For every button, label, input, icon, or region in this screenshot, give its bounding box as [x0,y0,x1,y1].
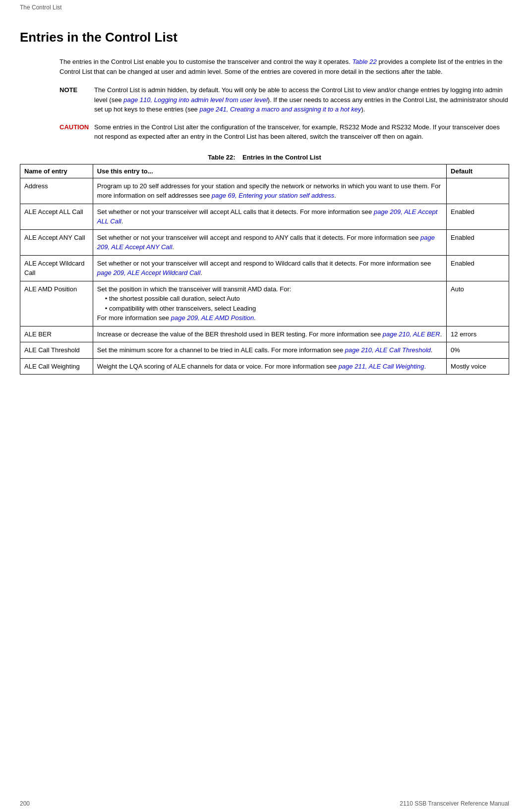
row-default-ale-call-threshold: 0% [447,342,509,359]
row-name-ale-ber: ALE BER [20,326,93,342]
list-item: compatibility with other transceivers, s… [105,304,442,314]
link-p209a[interactable]: page 209, ALE Accept ALL Call [97,208,437,225]
link-p210a[interactable]: page 210, ALE BER [383,330,440,338]
row-use-ale-wildcard: Set whether or not your transceiver will… [93,255,446,281]
link-p211[interactable]: page 211, ALE Call Weighting [339,363,424,370]
caution-block: CAUTION Some entries in the Control List… [59,122,509,142]
page-footer: 200 2110 SSB Transceiver Reference Manua… [0,800,529,807]
row-default-address [447,178,509,204]
col-header-use: Use this entry to... [93,164,446,178]
row-use-ale-accept-all: Set whether or not your transceiver will… [93,204,446,229]
intro-paragraph: The entries in the Control List enable y… [59,57,509,76]
link-p209d[interactable]: page 209, ALE AMD Position [171,314,254,322]
control-list-table: Name of entry Use this entry to... Defau… [20,164,509,375]
footer-title: 2110 SSB Transceiver Reference Manual [400,800,509,807]
row-name-ale-accept-all: ALE Accept ALL Call [20,204,93,229]
table-header-row: Name of entry Use this entry to... Defau… [20,164,509,178]
link-p209c[interactable]: page 209, ALE Accept Wildcard Call [97,269,200,276]
footer-page-number: 200 [20,800,30,807]
row-default-ale-call-weighting: Mostly voice [447,358,509,375]
row-use-ale-call-weighting: Weight the LQA scoring of ALE channels f… [93,358,446,375]
row-default-ale-accept-any: Enabled [447,229,509,255]
table-caption: Table 22: Entries in the Control List [20,154,509,161]
row-default-ale-ber: 12 errors [447,326,509,342]
row-name-ale-call-weighting: ALE Call Weighting [20,358,93,375]
page-title: Entries in the Control List [20,30,509,45]
main-content: Entries in the Control List The entries … [0,15,529,404]
row-default-ale-wildcard: Enabled [447,255,509,281]
row-name-ale-amd: ALE AMD Position [20,281,93,326]
link-p209b[interactable]: page 209, ALE Accept ANY Call [97,234,435,251]
caution-label: CAUTION [59,122,94,142]
note-block: NOTE The Control List is admin hidden, b… [59,85,509,114]
header-text: The Control List [20,4,62,11]
row-use-ale-accept-any: Set whether or not your transceiver will… [93,229,446,255]
row-name-address: Address [20,178,93,204]
row-use-ale-call-threshold: Set the minimum score for a channel to b… [93,342,446,359]
table-row: ALE Call Threshold Set the minimum score… [20,342,509,359]
table-row: Address Program up to 20 self addresses … [20,178,509,204]
row-use-ale-ber: Increase or decrease the value of the BE… [93,326,446,342]
row-name-ale-accept-any: ALE Accept ANY Call [20,229,93,255]
row-name-ale-call-threshold: ALE Call Threshold [20,342,93,359]
row-default-ale-amd: Auto [447,281,509,326]
table-row: ALE Accept Wildcard Call Set whether or … [20,255,509,281]
row-use-ale-amd: Set the position in which the transceive… [93,281,446,326]
table22-link[interactable]: Table 22 [352,58,376,65]
col-header-name: Name of entry [20,164,93,178]
row-name-ale-wildcard: ALE Accept Wildcard Call [20,255,93,281]
page-header: The Control List [0,0,529,15]
table-row: ALE Accept ANY Call Set whether or not y… [20,229,509,255]
note-content: The Control List is admin hidden, by def… [94,85,509,114]
link-p210b[interactable]: page 210, ALE Call Threshold [345,346,431,354]
row-use-address: Program up to 20 self addresses for your… [93,178,446,204]
caution-content: Some entries in the Control List alter t… [94,122,509,142]
table-row: ALE AMD Position Set the position in whi… [20,281,509,326]
table-row: ALE BER Increase or decrease the value o… [20,326,509,342]
col-header-default: Default [447,164,509,178]
note-link-p110[interactable]: page 110, Logging into admin level from … [123,96,268,104]
list-item: the shortest possible call duration, sel… [105,294,442,304]
note-label: NOTE [59,85,94,114]
row-default-ale-accept-all: Enabled [447,204,509,229]
note-link-p241[interactable]: page 241, Creating a macro and assigning… [199,106,361,113]
link-p69[interactable]: page 69, Entering your station self addr… [212,192,334,199]
table-row: ALE Accept ALL Call Set whether or not y… [20,204,509,229]
amd-bullet-list: the shortest possible call duration, sel… [105,294,442,313]
table-row: ALE Call Weighting Weight the LQA scorin… [20,358,509,375]
